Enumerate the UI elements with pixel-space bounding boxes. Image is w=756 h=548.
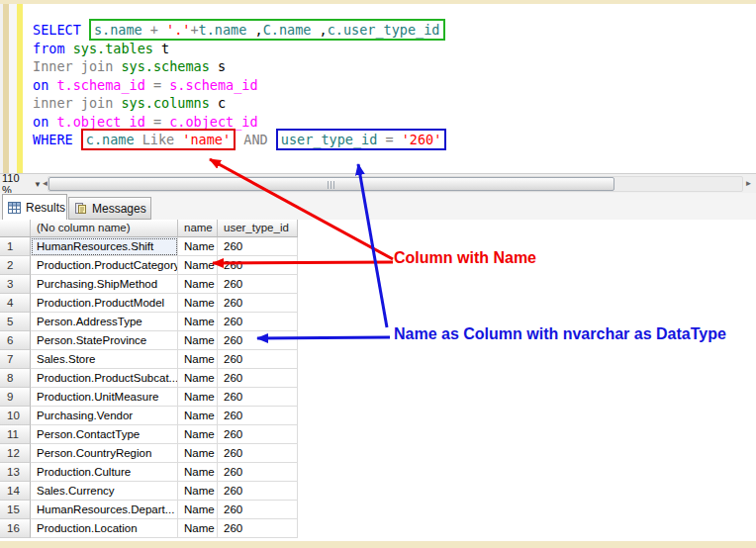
row-header[interactable]: 14 (0, 482, 31, 501)
cell-name[interactable]: Name (178, 425, 218, 444)
cell-schema-table[interactable]: Person.AddressType (31, 313, 178, 331)
cell-schema-table[interactable]: Production.ProductSubcat... (31, 369, 178, 388)
cell-user-type-id[interactable]: 260 (218, 501, 298, 519)
scrollbar-thumb[interactable] (48, 177, 614, 191)
cell-schema-table[interactable]: Sales.Currency (31, 482, 178, 501)
cell-name[interactable]: Name (178, 444, 218, 463)
sql-code[interactable]: SELECT s.name + '.'+t.name ,C.name ,c.us… (23, 4, 756, 173)
scroll-right-button[interactable]: ► (744, 177, 753, 191)
sql-token: c.object_id (169, 114, 257, 130)
sql-editor[interactable]: SELECT s.name + '.'+t.name ,C.name ,c.us… (0, 4, 756, 173)
cell-schema-table[interactable]: Production.ProductModel (31, 294, 178, 313)
cell-user-type-id[interactable]: 260 (218, 256, 298, 275)
cell-schema-table[interactable]: Person.StateProvince (31, 331, 178, 350)
cell-schema-table[interactable]: Person.ContactType (31, 425, 178, 444)
window-frame-bottom (0, 541, 756, 548)
row-header[interactable]: 2 (0, 256, 31, 275)
sql-token: s.name (94, 22, 142, 38)
cell-name[interactable]: Name (178, 519, 218, 538)
sql-token: inner join (33, 95, 121, 111)
tab-messages[interactable]: Messages (68, 197, 151, 220)
cell-name[interactable]: Name (178, 407, 218, 425)
cell-schema-table[interactable]: HumanResources.Shift (31, 237, 178, 256)
cell-name[interactable]: Name (178, 331, 218, 350)
row-header[interactable]: 12 (0, 444, 31, 463)
scrollbar-grip-icon (328, 181, 335, 189)
cell-name[interactable]: Name (178, 388, 218, 407)
row-header[interactable]: 16 (0, 519, 31, 538)
tab-messages-label: Messages (92, 202, 146, 216)
row-header[interactable]: 5 (0, 313, 31, 331)
code-line: inner join sys.columns c (33, 94, 752, 113)
cell-schema-table[interactable]: Purchasing.Vendor (31, 407, 178, 425)
table-row: 8Production.ProductSubcat...Name260 (0, 369, 756, 388)
table-row: 14Sales.CurrencyName260 (0, 482, 756, 501)
sql-token: t (153, 41, 169, 56)
row-header[interactable]: 1 (0, 237, 31, 256)
row-header[interactable]: 7 (0, 350, 31, 369)
table-row: 4Production.ProductModelName260 (0, 294, 756, 313)
column-header-user-type-id[interactable]: user_type_id (218, 220, 298, 237)
cell-user-type-id[interactable]: 260 (218, 369, 298, 388)
cell-user-type-id[interactable]: 260 (218, 463, 298, 482)
row-header[interactable]: 11 (0, 425, 31, 444)
cell-user-type-id[interactable]: 260 (218, 444, 298, 463)
cell-schema-table[interactable]: HumanResources.Depart... (31, 501, 178, 519)
cell-user-type-id[interactable]: 260 (218, 482, 298, 501)
cell-user-type-id[interactable]: 260 (218, 425, 298, 444)
cell-name[interactable]: Name (178, 463, 218, 482)
messages-icon (74, 202, 87, 215)
cell-name[interactable]: Name (178, 256, 218, 275)
cell-name[interactable]: Name (178, 501, 218, 519)
cell-schema-table[interactable]: Production.UnitMeasure (31, 388, 178, 407)
grid-corner-cell[interactable] (0, 220, 31, 237)
cell-user-type-id[interactable]: 260 (218, 313, 298, 331)
cell-name[interactable]: Name (178, 313, 218, 331)
column-header-no-column-name[interactable]: (No column name) (31, 220, 178, 237)
cell-name[interactable]: Name (178, 350, 218, 369)
horizontal-scrollbar[interactable] (47, 176, 743, 192)
row-header[interactable]: 8 (0, 369, 31, 388)
highlight-box-red: c.name Like 'name' (81, 129, 236, 150)
cell-user-type-id[interactable]: 260 (218, 331, 298, 350)
cell-user-type-id[interactable]: 260 (218, 237, 298, 256)
cell-name[interactable]: Name (178, 482, 218, 501)
cell-schema-table[interactable]: Purchasing.ShipMethod (31, 275, 178, 294)
row-header[interactable]: 4 (0, 294, 31, 313)
row-header[interactable]: 6 (0, 331, 31, 350)
cell-schema-table[interactable]: Person.CountryRegion (31, 444, 178, 463)
row-header[interactable]: 15 (0, 501, 31, 519)
cell-user-type-id[interactable]: 260 (218, 294, 298, 313)
cell-user-type-id[interactable]: 260 (218, 519, 298, 538)
cell-name[interactable]: Name (178, 275, 218, 294)
sql-token: sys.columns (121, 95, 209, 111)
table-row: 1HumanResources.ShiftName260 (0, 237, 756, 256)
sql-token: c.user_type_id (328, 22, 440, 38)
cell-name[interactable]: Name (178, 237, 218, 256)
row-header[interactable]: 10 (0, 407, 31, 425)
sql-token: + (142, 22, 166, 38)
sql-token: AND (236, 132, 276, 147)
cell-schema-table[interactable]: Production.ProductCategory (31, 256, 178, 275)
cell-schema-table[interactable]: Production.Culture (31, 463, 178, 482)
annotation-red-label: Column with Name (394, 249, 536, 267)
cell-user-type-id[interactable]: 260 (218, 350, 298, 369)
row-header[interactable]: 13 (0, 463, 31, 482)
row-header[interactable]: 9 (0, 388, 31, 407)
row-header[interactable]: 3 (0, 275, 31, 294)
table-row: 9Production.UnitMeasureName260 (0, 388, 756, 407)
cell-name[interactable]: Name (178, 294, 218, 313)
cell-schema-table[interactable]: Sales.Store (31, 350, 178, 369)
column-header-name[interactable]: name (178, 220, 218, 237)
cell-name[interactable]: Name (178, 369, 218, 388)
cell-user-type-id[interactable]: 260 (218, 407, 298, 425)
sql-token: SELECT (33, 22, 89, 38)
tab-results[interactable]: Results (2, 194, 67, 220)
sql-token: s (210, 58, 226, 74)
zoom-level-combo[interactable]: 110 % ▼ (2, 176, 42, 192)
code-line: WHERE c.name Like 'name' AND user_type_i… (33, 131, 752, 149)
cell-user-type-id[interactable]: 260 (218, 275, 298, 294)
cell-schema-table[interactable]: Production.Location (31, 519, 178, 538)
cell-user-type-id[interactable]: 260 (218, 388, 298, 407)
table-row: 2Production.ProductCategoryName260 (0, 256, 756, 275)
